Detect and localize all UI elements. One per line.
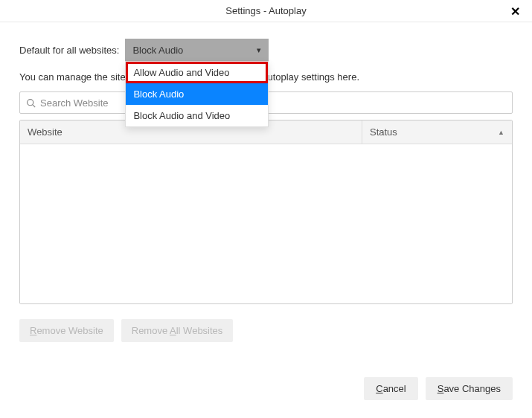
default-label: Default for all websites:: [19, 45, 119, 56]
save-changes-button[interactable]: Save Changes: [426, 377, 513, 400]
chevron-down-icon: ▾: [257, 45, 261, 55]
column-website-label: Website: [28, 126, 63, 138]
option-block-audio[interactable]: Block Audio: [126, 83, 268, 105]
column-status[interactable]: Status ▲: [362, 120, 512, 144]
default-select-wrap: Block Audio ▾ Allow Audio and Video Bloc…: [125, 39, 269, 61]
dialog-footer: Cancel Save Changes: [364, 377, 513, 400]
content-area: Default for all websites: Block Audio ▾ …: [0, 22, 532, 342]
default-dropdown: Allow Audio and Video Block Audio Block …: [125, 61, 269, 127]
option-block-audio-video[interactable]: Block Audio and Video: [126, 105, 268, 126]
website-table: Website Status ▲: [19, 120, 513, 304]
remove-all-websites-button[interactable]: Remove All Websites: [121, 319, 234, 342]
default-row: Default for all websites: Block Audio ▾ …: [19, 39, 513, 61]
svg-line-1: [33, 104, 35, 106]
remove-website-button[interactable]: Remove Website: [19, 319, 114, 342]
window-title: Settings - Autoplay: [225, 5, 306, 16]
select-current-value: Block Audio: [132, 45, 183, 56]
sort-ascending-icon: ▲: [498, 129, 504, 136]
remove-buttons-row: Remove Website Remove All Websites: [19, 319, 513, 342]
default-select[interactable]: Block Audio ▾: [125, 39, 269, 61]
svg-point-0: [28, 99, 33, 105]
close-icon[interactable]: ✕: [506, 3, 525, 20]
search-input[interactable]: [40, 97, 506, 109]
titlebar: Settings - Autoplay ✕: [0, 0, 532, 22]
table-body: [20, 144, 512, 303]
search-icon: [26, 98, 36, 108]
column-status-label: Status: [370, 126, 397, 138]
option-allow-audio-video[interactable]: Allow Audio and Video: [126, 62, 268, 83]
cancel-button[interactable]: Cancel: [364, 377, 417, 400]
